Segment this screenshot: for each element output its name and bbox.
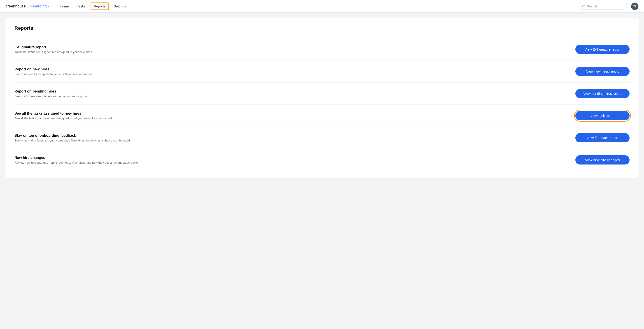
report-title: Stay on top of onboarding feedback	[14, 134, 575, 138]
brand-onboarding: Onboarding	[27, 4, 47, 8]
report-row: New hire changesReview new hire changes …	[14, 149, 630, 171]
reports-list: E-Signature reportTrack the status of E-…	[14, 38, 630, 171]
main-content: Reports E-Signature reportTrack the stat…	[0, 13, 644, 183]
report-row: Report on pending hiresSee which hires n…	[14, 83, 630, 105]
report-info: See all the tasks assigned to new hiresS…	[14, 111, 575, 120]
report-info: E-Signature reportTrack the status of E-…	[14, 45, 575, 54]
report-title: E-Signature report	[14, 45, 575, 49]
nav-right: YA	[578, 2, 638, 10]
report-info: Report on new hiresSee what's left to co…	[14, 67, 575, 76]
report-button-5[interactable]: View new hire changes	[575, 155, 630, 164]
svg-line-1	[584, 6, 585, 7]
search-icon	[582, 4, 585, 8]
nav-links: HomeTasksReportsSettings	[57, 2, 578, 10]
svg-point-0	[582, 5, 584, 7]
report-title: Report on new hires	[14, 67, 575, 71]
report-title: New hire changes	[14, 156, 575, 160]
report-info: New hire changesReview new hire changes …	[14, 156, 575, 164]
search-box	[578, 3, 628, 9]
report-info: Report on pending hiresSee which hires n…	[14, 89, 575, 98]
report-description: See what kind of feedback your company's…	[14, 139, 575, 142]
report-button-2[interactable]: View pending hires report	[575, 89, 630, 98]
search-input[interactable]	[587, 4, 625, 8]
report-button-0[interactable]: View E-Signature report	[575, 45, 630, 54]
brand-dropdown-icon[interactable]: ▾	[48, 5, 50, 8]
report-description: Review new hire changes from Greenhouse …	[14, 161, 575, 164]
report-button-4[interactable]: View feedback report	[575, 133, 630, 142]
report-row: See all the tasks assigned to new hiresS…	[14, 105, 630, 127]
brand-greenhouse: greenhouse	[6, 4, 26, 8]
report-info: Stay on top of onboarding feedbackSee wh…	[14, 134, 575, 142]
avatar[interactable]: YA	[631, 2, 638, 10]
report-description: See which hires need to be assigned an o…	[14, 94, 575, 98]
nav-link-settings[interactable]: Settings	[111, 2, 129, 10]
report-row: Stay on top of onboarding feedbackSee wh…	[14, 127, 630, 149]
avatar-initials: YA	[633, 4, 637, 8]
nav-link-tasks[interactable]: Tasks	[74, 2, 89, 10]
nav-link-reports[interactable]: Reports	[90, 2, 109, 10]
report-title: See all the tasks assigned to new hires	[14, 111, 575, 115]
report-button-3[interactable]: View task report	[575, 111, 630, 120]
nav-link-home[interactable]: Home	[57, 2, 72, 10]
brand: greenhouse Onboarding ▾	[6, 4, 50, 8]
reports-card: Reports E-Signature reportTrack the stat…	[6, 18, 638, 178]
report-title: Report on pending hires	[14, 89, 575, 93]
page-title: Reports	[14, 25, 630, 31]
report-button-1[interactable]: View new hires report	[575, 67, 630, 76]
navbar: greenhouse Onboarding ▾ HomeTasksReports…	[0, 0, 644, 13]
report-description: See all the tasks that have been assigne…	[14, 117, 575, 120]
report-row: Report on new hiresSee what's left to co…	[14, 60, 630, 83]
report-description: See what's left to complete to get your …	[14, 72, 575, 76]
report-row: E-Signature reportTrack the status of E-…	[14, 38, 630, 60]
report-description: Track the status of E-Signatures assigne…	[14, 50, 575, 54]
